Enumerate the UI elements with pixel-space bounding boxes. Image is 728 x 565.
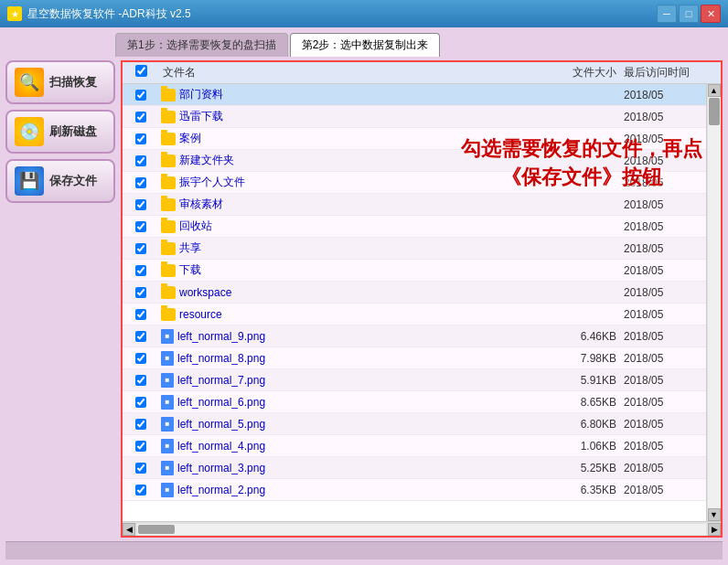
scroll-down-arrow[interactable]: ▼ bbox=[708, 508, 721, 521]
select-all-checkbox[interactable] bbox=[135, 65, 147, 77]
table-row[interactable]: ■left_normal_8.png7.98KB2018/05 bbox=[123, 347, 706, 369]
row-filename: ■left_normal_6.png bbox=[159, 395, 541, 410]
file-checkbox[interactable] bbox=[135, 243, 146, 254]
close-button[interactable]: ✕ bbox=[701, 5, 721, 23]
file-icon: ■ bbox=[161, 439, 174, 453]
horizontal-scrollbar[interactable]: ◀ ▶ bbox=[123, 521, 721, 536]
scroll-up-arrow[interactable]: ▲ bbox=[708, 84, 721, 97]
row-access-date: 2018/05 bbox=[624, 418, 706, 431]
file-checkbox[interactable] bbox=[135, 265, 146, 276]
scan-button[interactable]: 🔍 扫描恢复 bbox=[5, 60, 115, 104]
file-checkbox[interactable] bbox=[135, 353, 146, 364]
table-row[interactable]: ■left_normal_2.png6.35KB2018/05 bbox=[123, 479, 706, 501]
file-checkbox[interactable] bbox=[135, 199, 146, 210]
file-checkbox[interactable] bbox=[135, 397, 146, 408]
row-access-date: 2018/05 bbox=[624, 308, 706, 321]
table-row[interactable]: 振宇个人文件2018/05 bbox=[123, 172, 706, 194]
table-row[interactable]: resource2018/05 bbox=[123, 304, 706, 325]
vertical-scrollbar[interactable]: ▲ ▼ bbox=[706, 84, 721, 521]
row-check bbox=[123, 221, 159, 232]
file-checkbox[interactable] bbox=[135, 112, 146, 123]
table-row[interactable]: ■left_normal_4.png1.06KB2018/05 bbox=[123, 435, 706, 457]
file-checkbox[interactable] bbox=[135, 177, 146, 188]
file-checkbox[interactable] bbox=[135, 463, 146, 474]
row-filename: 新建文件夹 bbox=[159, 153, 541, 168]
folder-icon bbox=[161, 176, 176, 189]
row-check bbox=[123, 397, 159, 408]
row-check bbox=[123, 177, 159, 188]
file-checkbox[interactable] bbox=[135, 309, 146, 320]
scroll-right-arrow[interactable]: ▶ bbox=[708, 523, 721, 536]
refresh-button[interactable]: 💿 刷新磁盘 bbox=[5, 110, 115, 154]
table-row[interactable]: 部门资料2018/05 bbox=[123, 84, 706, 106]
table-row[interactable]: 下载2018/05 bbox=[123, 260, 706, 282]
table-row[interactable]: 案例2018/05 bbox=[123, 128, 706, 150]
row-check bbox=[123, 133, 159, 144]
minimize-button[interactable]: ─ bbox=[657, 5, 677, 23]
table-header: 文件名 文件大小 最后访问时间 bbox=[123, 62, 721, 84]
row-access-date: 2018/05 bbox=[624, 286, 706, 299]
scan-icon: 🔍 bbox=[15, 68, 44, 97]
title-bar: ★ 星空数据恢复软件 -ADR科技 v2.5 ─ □ ✕ bbox=[0, 0, 728, 27]
table-row[interactable]: ■left_normal_9.png6.46KB2018/05 bbox=[123, 325, 706, 347]
row-access-date: 2018/05 bbox=[624, 374, 706, 387]
table-row[interactable]: ■left_normal_6.png8.65KB2018/05 bbox=[123, 391, 706, 413]
table-row[interactable]: 迅雷下载2018/05 bbox=[123, 106, 706, 128]
row-check bbox=[123, 90, 159, 101]
file-checkbox[interactable] bbox=[135, 155, 146, 166]
file-checkbox[interactable] bbox=[135, 441, 146, 452]
table-row[interactable]: 回收站2018/05 bbox=[123, 216, 706, 238]
row-filename: resource bbox=[159, 308, 541, 321]
row-access-date: 2018/05 bbox=[624, 198, 706, 211]
file-checkbox[interactable] bbox=[135, 221, 146, 232]
table-row[interactable]: 审核素材2018/05 bbox=[123, 194, 706, 216]
row-filename: 下载 bbox=[159, 262, 541, 278]
file-checkbox[interactable] bbox=[135, 331, 146, 342]
file-checkbox[interactable] bbox=[135, 375, 146, 386]
folder-icon bbox=[161, 308, 176, 321]
row-filename: 回收站 bbox=[159, 219, 541, 234]
scroll-track bbox=[708, 97, 721, 508]
file-checkbox[interactable] bbox=[135, 90, 146, 101]
scroll-thumb-h[interactable] bbox=[138, 525, 175, 534]
row-check bbox=[123, 375, 159, 386]
table-row[interactable]: ■left_normal_5.png6.80KB2018/05 bbox=[123, 413, 706, 435]
table-row[interactable]: 新建文件夹2018/05 bbox=[123, 150, 706, 172]
scroll-thumb[interactable] bbox=[709, 98, 720, 125]
file-checkbox[interactable] bbox=[135, 485, 146, 496]
table-row[interactable]: workspace2018/05 bbox=[123, 282, 706, 304]
folder-icon bbox=[161, 133, 176, 145]
row-filename: ■left_normal_4.png bbox=[159, 439, 541, 453]
table-row[interactable]: 共享2018/05 bbox=[123, 238, 706, 260]
row-filename: ■left_normal_5.png bbox=[159, 417, 541, 432]
window-controls: ─ □ ✕ bbox=[657, 5, 721, 23]
row-access-date: 2018/05 bbox=[624, 396, 706, 409]
maximize-button[interactable]: □ bbox=[679, 5, 699, 23]
file-checkbox[interactable] bbox=[135, 419, 146, 430]
row-filesize: 6.46KB bbox=[541, 330, 624, 343]
row-access-date: 2018/05 bbox=[624, 176, 706, 189]
file-icon: ■ bbox=[161, 461, 174, 475]
file-checkbox[interactable] bbox=[135, 133, 146, 144]
table-row[interactable]: ■left_normal_7.png5.91KB2018/05 bbox=[123, 369, 706, 391]
folder-icon bbox=[161, 264, 176, 277]
row-access-date: 2018/05 bbox=[624, 133, 706, 145]
tab-step1[interactable]: 第1步：选择需要恢复的盘扫描 bbox=[115, 33, 288, 57]
row-filename: ■left_normal_8.png bbox=[159, 351, 541, 366]
scroll-left-arrow[interactable]: ◀ bbox=[123, 523, 135, 536]
row-check bbox=[123, 265, 159, 276]
row-access-date: 2018/05 bbox=[624, 220, 706, 233]
tab-step2[interactable]: 第2步：选中数据复制出来 bbox=[290, 33, 441, 57]
file-checkbox[interactable] bbox=[135, 287, 146, 298]
sidebar: 🔍 扫描恢复 💿 刷新磁盘 💾 保存文件 bbox=[5, 60, 115, 538]
row-filesize: 6.80KB bbox=[541, 418, 624, 431]
row-filename: 审核素材 bbox=[159, 197, 541, 212]
file-icon: ■ bbox=[161, 417, 174, 432]
save-icon: 💾 bbox=[15, 166, 44, 196]
row-filename: ■left_normal_3.png bbox=[159, 461, 541, 475]
save-button[interactable]: 💾 保存文件 bbox=[5, 159, 115, 203]
row-check bbox=[123, 331, 159, 342]
row-filesize: 5.25KB bbox=[541, 462, 624, 474]
table-row[interactable]: ■left_normal_3.png5.25KB2018/05 bbox=[123, 457, 706, 479]
main-window: 第1步：选择需要恢复的盘扫描 第2步：选中数据复制出来 🔍 扫描恢复 💿 刷新磁… bbox=[0, 27, 728, 565]
